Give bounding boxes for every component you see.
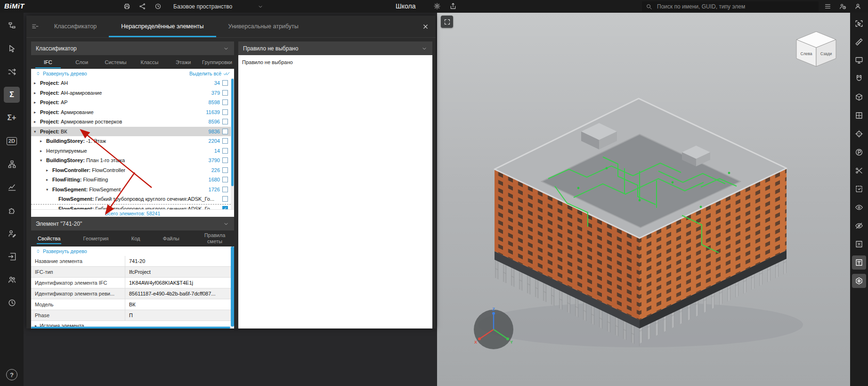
- model-tree-button[interactable]: [4, 17, 20, 33]
- measure-button[interactable]: [852, 35, 866, 49]
- classifier-tab-floors[interactable]: Этажи: [166, 55, 200, 69]
- workspace-dropdown[interactable]: Базовое пространство: [173, 0, 264, 13]
- chevron-collapsed-icon[interactable]: ▸: [34, 119, 40, 124]
- element-tab-geometry[interactable]: Геометрия: [80, 230, 113, 246]
- tree-node[interactable]: ▾Project:ВК9836: [31, 127, 231, 137]
- element-dropdown[interactable]: Элемент "741-20": [31, 217, 234, 230]
- locate-button[interactable]: [852, 127, 866, 141]
- select-area-button[interactable]: [852, 182, 866, 196]
- classifier-tab-ifc[interactable]: IFC: [31, 55, 65, 69]
- tree-scrollbar[interactable]: [231, 78, 234, 209]
- expand-properties-link[interactable]: Развернуть дерево: [35, 248, 87, 254]
- print-icon[interactable]: [123, 3, 130, 10]
- node-checkbox[interactable]: [222, 80, 228, 86]
- properties-scrollbar[interactable]: [231, 246, 234, 327]
- chevron-collapsed-icon[interactable]: ▸: [34, 100, 40, 105]
- share-icon[interactable]: [449, 2, 457, 10]
- users-button[interactable]: [4, 271, 20, 287]
- element-tab-files[interactable]: Файлы: [159, 230, 183, 246]
- node-checkbox[interactable]: [222, 119, 228, 124]
- panel-tab-classifier[interactable]: Классификатор: [42, 16, 109, 37]
- classifier-tab-classes[interactable]: Классы: [132, 55, 166, 69]
- search-input[interactable]: [657, 3, 815, 10]
- tree-node[interactable]: ▸BuildingStorey:-1. Этаж2204: [31, 136, 231, 146]
- clip-button[interactable]: [852, 164, 866, 178]
- chevron-collapsed-icon[interactable]: ▸: [40, 139, 46, 143]
- classifier-button[interactable]: Σ: [4, 87, 20, 103]
- node-checkbox[interactable]: [222, 99, 228, 105]
- classifier-dropdown[interactable]: Классификатор: [31, 41, 234, 55]
- panel-tab-unallocated[interactable]: Нераспределённые элементы: [109, 16, 216, 37]
- chevron-collapsed-icon[interactable]: ▸: [34, 81, 40, 85]
- menu-list-icon[interactable]: [824, 3, 831, 10]
- fit-view-button[interactable]: [441, 16, 453, 28]
- relations-button[interactable]: [4, 64, 20, 80]
- export-button[interactable]: [4, 248, 20, 264]
- panel-options-icon[interactable]: [31, 23, 39, 31]
- tree-node[interactable]: ▾FlowSegment:FlowSegment1726: [31, 185, 231, 195]
- section-plane-button[interactable]: [852, 108, 866, 123]
- recent-icon[interactable]: [154, 3, 162, 10]
- node-checkbox[interactable]: [222, 129, 228, 134]
- node-checkbox[interactable]: [222, 157, 228, 163]
- navigate-button[interactable]: [852, 16, 866, 31]
- chevron-collapsed-icon[interactable]: ▸: [34, 110, 40, 115]
- tree-node[interactable]: ▸Project:АР8598: [31, 98, 231, 107]
- chevron-expanded-icon[interactable]: ▾: [34, 129, 40, 134]
- rule-dropdown[interactable]: Правило не выбрано: [238, 41, 432, 55]
- node-checkbox[interactable]: [222, 187, 228, 192]
- expand-tree-link[interactable]: Развернуть дерево: [35, 71, 87, 76]
- tree-node[interactable]: ▸Project:АН-армирование379: [31, 88, 231, 98]
- hide-button[interactable]: [852, 219, 866, 233]
- classifier-tab-layers[interactable]: Слои: [65, 55, 99, 69]
- tree-node[interactable]: ▸FlowController:FlowController226: [31, 165, 231, 175]
- chevron-collapsed-icon[interactable]: ▸: [46, 177, 52, 182]
- structure-button[interactable]: [4, 156, 20, 172]
- tree-node[interactable]: ▸Негруппируемые14: [31, 146, 231, 156]
- panel-tab-universal-attributes[interactable]: Универсальные атрибуты: [216, 16, 311, 37]
- element-tab-estimate-rules[interactable]: Правила сметы: [198, 230, 231, 246]
- close-icon[interactable]: [422, 23, 429, 30]
- node-checkbox[interactable]: [222, 196, 228, 202]
- node-checkbox[interactable]: [222, 177, 228, 182]
- profile-icon[interactable]: [854, 3, 861, 10]
- classifier-plus-button[interactable]: Σ+: [4, 110, 20, 126]
- show-button[interactable]: [852, 200, 866, 214]
- chevron-expanded-icon[interactable]: ▾: [40, 158, 46, 163]
- tree-node[interactable]: ▸FlowFitting:FlowFitting1680: [31, 175, 231, 185]
- global-search[interactable]: [642, 1, 819, 11]
- classifier-tab-groups[interactable]: Группировки: [200, 55, 234, 69]
- user-session-icon[interactable]: [839, 3, 846, 10]
- element-tab-code[interactable]: Код: [128, 230, 144, 246]
- model-settings-button[interactable]: [852, 274, 866, 288]
- analytics-button[interactable]: [4, 179, 20, 195]
- chevron-collapsed-icon[interactable]: ▸: [46, 168, 52, 172]
- tree-node[interactable]: ▸Project:АН34: [31, 78, 231, 88]
- chevron-collapsed-icon[interactable]: ▸: [34, 90, 40, 95]
- screenshot-button[interactable]: [852, 53, 866, 67]
- collaboration-icon[interactable]: [139, 3, 146, 10]
- node-checkbox[interactable]: [222, 109, 228, 115]
- tree-node[interactable]: FlowSegment:Гибкий трубопровод круглого …: [31, 194, 231, 204]
- node-checkbox[interactable]: [222, 167, 228, 173]
- view-cube[interactable]: Слева Сзади: [796, 32, 836, 66]
- isolate-button[interactable]: [852, 237, 866, 251]
- node-checkbox[interactable]: [222, 90, 228, 96]
- select-button[interactable]: [4, 41, 20, 57]
- user-edit-button[interactable]: [4, 225, 20, 241]
- select-all-link[interactable]: Выделить всё: [189, 70, 230, 77]
- settings-gear-icon[interactable]: [433, 2, 441, 10]
- element-tab-properties[interactable]: Свойства: [34, 230, 64, 246]
- node-checkbox[interactable]: [222, 148, 228, 154]
- section-cube-button[interactable]: [852, 90, 866, 104]
- tree-node[interactable]: ▾BuildingStorey:План 1-го этажа3790: [31, 156, 231, 165]
- help-button[interactable]: ?: [6, 369, 17, 380]
- node-checkbox[interactable]: [222, 138, 228, 144]
- plugins-button[interactable]: [4, 202, 20, 218]
- magnet-button[interactable]: [852, 72, 866, 86]
- plan-mode-button[interactable]: [852, 145, 866, 159]
- chevron-collapsed-icon[interactable]: ▸: [40, 148, 46, 153]
- drawings-2d-button[interactable]: 2D: [4, 133, 20, 149]
- properties-hscrollbar[interactable]: [31, 327, 230, 329]
- tree-node[interactable]: FlowSegment:Гибкий трубопровод круглого …: [31, 204, 231, 210]
